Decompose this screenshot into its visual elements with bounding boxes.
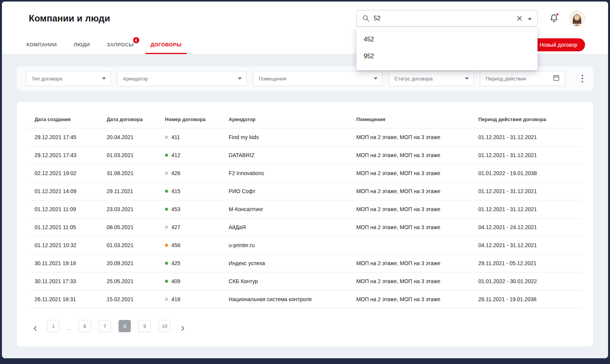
tenant-cell: Национальная система контроля [222,290,350,308]
status-dot [165,208,168,211]
created-cell: 29.12.2021 17:43 [28,146,100,164]
status-dot [165,280,168,283]
search-suggestions: 452 952 [356,27,537,70]
chevron-up-icon[interactable] [528,17,532,20]
tab[interactable]: ДОГОВОРЫ [151,35,181,54]
contract-number: 415 [171,188,180,194]
page-button[interactable]: 10 [158,320,171,332]
filter-select[interactable]: Тип договора [26,71,111,86]
page-button[interactable]: 9 [138,320,151,332]
table-row[interactable]: 02.12.2021 19:02 31.08.2021 426 F2 Innov… [28,164,582,182]
period-cell: 04.12.2021 - 24.12.2021 [472,218,582,236]
tenant-cell: F2 Innovations [222,164,350,182]
premises-cell: МОП на 2 этаже, МОП на 3 этаже [350,146,472,164]
filter-bar: Тип договора Арендатор [17,67,593,90]
premises-cell: МОП на 2 этаже, МОП на 3 этаже [350,164,472,182]
contract-number: 458 [171,242,180,248]
premises-cell: МОП на 2 этаже, МОП на 3 этаже [350,254,472,272]
search-area: 452 952 [356,10,537,27]
tab-label: ЛЮДИ [74,42,90,48]
created-cell: 29.12.2021 17:45 [28,128,100,146]
table-row[interactable]: 26.11.2021 18:31 15.02.2021 418 Национал… [28,290,582,308]
status-dot [165,226,168,229]
table-row[interactable]: 01.12.2021 14:09 29.11.2021 415 РИО Софт… [28,182,582,200]
table-row[interactable]: 01.12.2021 11:09 23.03.2021 453 М-Консал… [28,200,582,218]
contract-number: 426 [171,170,180,176]
chevron-down-icon [465,77,469,80]
status-dot [165,244,168,247]
contract-number: 411 [171,134,180,140]
page-button[interactable]: 1 [47,320,59,332]
period-cell: 28.11.2021 - 19.01.2038 [472,290,582,308]
status-dot [165,298,168,301]
new-contract-button[interactable]: Новый договор [532,38,585,51]
contract-date-cell: 23.03.2021 [100,200,158,218]
table-row[interactable]: 30.11.2021 19:18 20.09.2021 425 Индекс у… [28,254,582,272]
table-row[interactable]: 01.12.2021 11:05 08.05.2021 427 АйДаЯ МО… [28,218,582,236]
calendar-icon [552,74,560,83]
tab[interactable]: ЛЮДИ [74,35,90,54]
avatar[interactable] [569,10,585,26]
suggestion-item[interactable]: 952 [356,48,537,65]
column-header: Период действия договора [472,112,582,128]
tenant-cell: DATABRIZ [222,146,350,164]
contracts-table: Дата создания Дата договора Номер догово… [28,112,582,308]
contract-number-cell: 411 [158,128,222,146]
status-dot [165,262,168,265]
table-row[interactable]: 29.12.2021 17:45 20.04.2021 411 Find my … [28,128,582,146]
filter-label: Тип договора [31,76,62,82]
column-header: Дата договора [100,112,158,128]
search-input[interactable] [374,15,512,22]
created-cell: 02.12.2021 19:02 [28,164,100,182]
more-options-button[interactable] [580,73,584,84]
contract-date-cell: 01.03.2021 [100,236,158,254]
period-cell: 01.01.2022 - 30.01.2022 [472,272,582,290]
period-cell: 04.12.2021 - 31.12.2021 [472,236,582,254]
page-button[interactable]: ... [65,322,73,334]
clear-search-button[interactable] [516,15,523,22]
tab[interactable]: КОМПАНИИ [26,35,57,54]
created-cell: 01.12.2021 10:32 [28,236,100,254]
unread-indicator [556,13,559,16]
created-cell: 01.12.2021 11:09 [28,200,100,218]
close-icon [516,15,523,21]
tab-label: ЗАПРОСЫ [107,42,134,48]
page-button[interactable]: 8 [119,320,131,332]
page-buttons: 1 ... 6 7 8 9 10 [45,318,173,338]
tab[interactable]: ЗАПРОСЫ 4 [107,35,134,54]
filter-select[interactable]: Арендатор [117,71,247,86]
table-row[interactable]: 01.12.2021 10:32 01.03.2021 458 u-printe… [28,236,582,254]
status-dot [165,154,168,157]
pagination: 1 ... 6 7 8 9 10 [28,318,582,338]
filter-select[interactable]: Статус договора [389,71,474,86]
contract-number-cell: 415 [158,182,222,200]
premises-cell: МОП на 2 этаже, МОП на 3 этаже [350,128,472,146]
notification-bell-button[interactable] [549,13,559,23]
tabs: КОМПАНИИ ЛЮДИ ЗАПРОСЫ 4 ДОГОВОРЫ [26,35,198,54]
contract-number-cell: 427 [158,218,222,236]
page-button[interactable]: 6 [79,320,91,332]
contract-number-cell: 412 [158,146,222,164]
contract-number-cell: 409 [158,272,222,290]
contract-date-cell: 08.05.2021 [100,218,158,236]
prev-page-button[interactable] [31,324,40,333]
status-dot [165,136,168,139]
contract-number-cell: 426 [158,164,222,182]
page-button[interactable]: 7 [99,320,111,332]
contracts-table-card: Дата создания Дата договора Номер догово… [17,102,593,346]
contract-date-cell: 15.02.2021 [100,290,158,308]
table-body: 29.12.2021 17:45 20.04.2021 411 Find my … [28,128,582,308]
contract-date-cell: 01.03.2021 [100,146,158,164]
suggestion-item[interactable]: 452 [356,31,537,48]
contract-number-cell: 425 [158,254,222,272]
filter-select[interactable]: Период действия [480,71,565,86]
premises-cell [350,236,472,254]
filter-select[interactable]: Помещения [253,71,382,86]
search-box[interactable] [356,10,537,27]
premises-cell: МОП на 2 этаже, МОП на 3 этаже [350,218,472,236]
period-cell: 01.12.2021 - 31.12.2021 [472,182,582,200]
table-row[interactable]: 30.11.2021 17:33 25.05.2021 409 СКБ Конт… [28,272,582,290]
contract-number-cell: 453 [158,200,222,218]
table-row[interactable]: 29.12.2021 17:43 01.03.2021 412 DATABRIZ… [28,146,582,164]
next-page-button[interactable] [178,324,187,333]
